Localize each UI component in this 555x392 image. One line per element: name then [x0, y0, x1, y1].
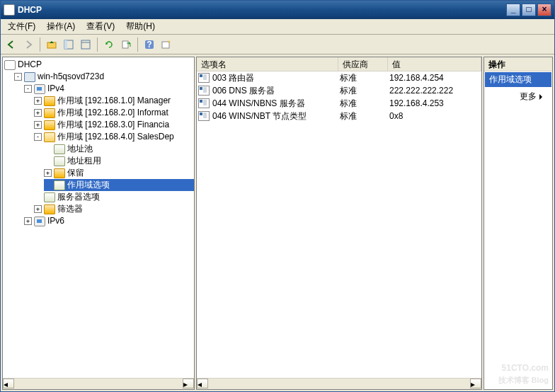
tree-label: DHCP [18, 59, 42, 71]
export-icon [121, 40, 131, 50]
menu-file[interactable]: 文件(F) [2, 19, 41, 34]
actions-pane: 操作 作用域选项 更多 [484, 57, 553, 390]
maximize-button[interactable]: □ [522, 4, 536, 16]
menu-help[interactable]: 帮助(H) [120, 19, 161, 34]
folder-icon [44, 120, 55, 130]
tree-reservations[interactable]: +保留 [44, 167, 194, 179]
help-button[interactable]: ? [142, 37, 157, 52]
content-area: DHCP -win-h5qsovd723d -IPv4 +作用域 [192.16… [1, 55, 554, 391]
tree-label: 作用域 [192.168.1.0] Manager [57, 95, 171, 107]
tree-address-pool[interactable]: 地址池 [44, 143, 194, 155]
back-button[interactable] [4, 37, 19, 52]
list-row[interactable]: 046 WINS/NBT 节点类型标准0x8 [197, 110, 481, 122]
scroll-left-button[interactable]: ◂ [3, 379, 14, 388]
list-body: 003 路由器标准192.168.4.254006 DNS 服务器标准222.2… [197, 71, 481, 122]
collapse-toggle[interactable]: - [14, 73, 22, 81]
window-title: DHCP [18, 5, 506, 15]
expand-toggle[interactable]: + [24, 217, 32, 225]
tree-scope-4[interactable]: -作用域 [192.168.4.0] SalesDep [34, 131, 194, 143]
col-header-vendor[interactable]: 供应商 [338, 57, 388, 71]
cell-value: 0x8 [389, 111, 481, 121]
tree-ipv4[interactable]: -IPv4 [24, 83, 194, 95]
tree-root[interactable]: DHCP [4, 59, 194, 71]
tree-filters[interactable]: +筛选器 [34, 203, 194, 215]
arrow-right-icon [23, 40, 33, 50]
cell-vendor: 标准 [340, 110, 389, 122]
wizard-icon [161, 40, 171, 50]
menu-action[interactable]: 操作(A) [41, 19, 81, 34]
list-row[interactable]: 003 路由器标准192.168.4.254 [197, 71, 481, 84]
tree: DHCP -win-h5qsovd723d -IPv4 +作用域 [192.16… [3, 57, 194, 227]
tree-server-options[interactable]: 服务器选项 [34, 191, 194, 203]
menu-view[interactable]: 查看(V) [81, 19, 120, 34]
cell-name: 003 路由器 [212, 72, 340, 84]
col-header-name[interactable]: 选项名 [197, 57, 338, 71]
help-icon: ? [144, 40, 154, 50]
refresh-button[interactable] [101, 37, 117, 52]
titlebar: DHCP _ □ × [1, 1, 554, 19]
expand-toggle[interactable]: + [34, 109, 42, 117]
tree-label: 作用域 [192.168.4.0] SalesDep [57, 131, 174, 143]
col-header-value[interactable]: 值 [388, 57, 481, 71]
collapse-toggle[interactable]: - [34, 133, 42, 141]
up-level-button[interactable] [44, 37, 59, 52]
svg-rect-0 [47, 42, 56, 48]
svg-rect-5 [122, 41, 128, 48]
expand-toggle[interactable]: + [34, 205, 42, 213]
svg-text:?: ? [147, 40, 151, 50]
tree-h-scrollbar[interactable]: ◂▸ [3, 378, 194, 389]
tree-ipv6[interactable]: +IPv6 [24, 215, 194, 227]
toolbar-separator [40, 38, 40, 52]
tree-label: 地址池 [67, 143, 93, 155]
list-row[interactable]: 006 DNS 服务器标准222.222.222.222 [197, 84, 481, 97]
actions-context[interactable]: 作用域选项 [485, 72, 551, 87]
minimize-button[interactable]: _ [506, 4, 520, 16]
scroll-right-button[interactable]: ▸ [183, 379, 194, 388]
folder-icon [44, 96, 55, 106]
scroll-left-button[interactable]: ◂ [197, 379, 208, 388]
tree-scope-1[interactable]: +作用域 [192.168.1.0] Manager [34, 95, 194, 107]
collapse-toggle[interactable]: - [24, 85, 32, 93]
tree-server[interactable]: -win-h5qsovd723d [14, 71, 194, 83]
close-button[interactable]: × [537, 4, 551, 16]
list-pane[interactable]: 选项名 供应商 值 003 路由器标准192.168.4.254006 DNS … [196, 57, 482, 390]
folder-up-icon [47, 40, 57, 50]
server-options-icon [44, 192, 55, 202]
tree-scope-2[interactable]: +作用域 [192.168.2.0] Informat [34, 107, 194, 119]
filter-icon [44, 204, 55, 214]
lease-icon [54, 156, 65, 166]
arrow-left-icon [6, 40, 16, 50]
list-h-scrollbar[interactable]: ◂▸ [197, 378, 481, 389]
tree-address-lease[interactable]: 地址租用 [44, 155, 194, 167]
new-scope-button[interactable] [159, 37, 174, 52]
tree-scope-3[interactable]: +作用域 [192.168.3.0] Financia [34, 119, 194, 131]
ipv6-icon [34, 217, 45, 226]
expand-toggle[interactable]: + [34, 97, 42, 105]
options-icon [54, 180, 65, 190]
scroll-right-button[interactable]: ▸ [470, 379, 481, 388]
properties-button[interactable] [78, 37, 93, 52]
cell-vendor: 标准 [340, 98, 389, 110]
tree-scope-options[interactable]: 作用域选项 [44, 179, 194, 191]
show-hide-tree-button[interactable] [61, 37, 76, 52]
list-row[interactable]: 044 WINS/NBNS 服务器标准192.168.4.253 [197, 97, 481, 110]
refresh-icon [104, 40, 114, 50]
expand-toggle[interactable]: + [34, 121, 42, 129]
svg-rect-3 [81, 40, 90, 49]
actions-more[interactable]: 更多 [484, 88, 552, 105]
cell-vendor: 标准 [340, 85, 389, 97]
app-icon [4, 4, 15, 16]
svg-rect-8 [162, 42, 169, 48]
actions-header: 操作 [484, 57, 552, 71]
forward-button[interactable] [21, 37, 36, 52]
server-icon [24, 72, 35, 82]
export-button[interactable] [118, 37, 134, 52]
pool-icon [54, 144, 65, 154]
ipv4-icon [34, 84, 45, 94]
cell-name: 046 WINS/NBT 节点类型 [212, 110, 340, 122]
toolbar: ? [1, 35, 554, 54]
tree-label: 作用域选项 [67, 179, 110, 191]
expand-toggle[interactable]: + [44, 169, 52, 177]
toolbar-separator-3 [137, 38, 138, 52]
tree-pane[interactable]: DHCP -win-h5qsovd723d -IPv4 +作用域 [192.16… [2, 57, 195, 390]
